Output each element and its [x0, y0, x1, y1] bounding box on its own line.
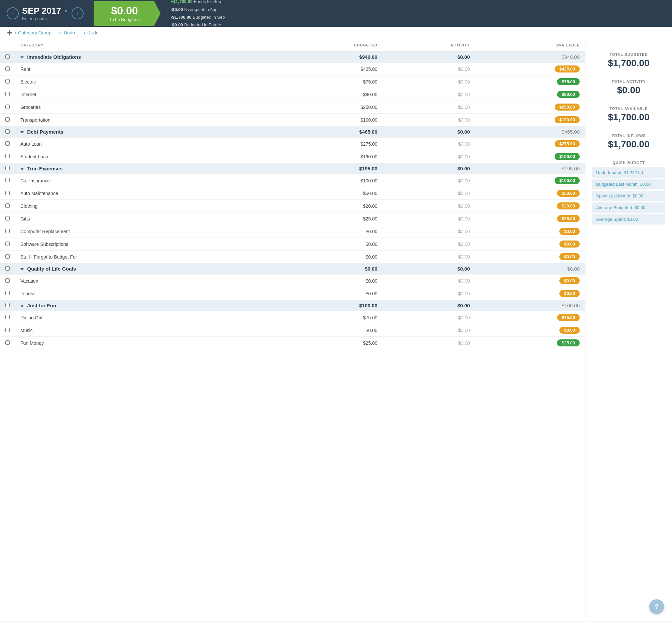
next-month-button[interactable]: › [71, 7, 84, 20]
cat-checkbox[interactable] [5, 315, 10, 319]
table-row[interactable]: Internet $90.00 $0.00 $90.00 [0, 88, 585, 101]
cat-budgeted-cell[interactable]: $75.00 [279, 311, 383, 324]
cat-checkbox[interactable] [5, 254, 10, 258]
cat-checkbox[interactable] [5, 229, 10, 233]
cat-checkbox-cell[interactable] [0, 101, 15, 113]
table-group-row[interactable]: True Expenses $195.00 $0.00 $195.00 [0, 163, 585, 174]
cat-checkbox-cell[interactable] [0, 287, 15, 300]
quick-budget-item[interactable]: Underfunded: $1,242.50 [592, 167, 665, 178]
add-category-group-button[interactable]: ➕ + Category Group [7, 30, 52, 35]
table-group-row[interactable]: Debt Payments $465.00 $0.00 $465.00 [0, 126, 585, 138]
collapse-icon[interactable] [21, 268, 24, 271]
table-row[interactable]: Fun Money $25.00 $0.00 $25.00 [0, 337, 585, 349]
table-row[interactable]: Software Subscriptions $0.00 $0.00 $0.00 [0, 238, 585, 250]
group-checkbox-cell[interactable] [0, 126, 15, 138]
cat-checkbox[interactable] [5, 328, 10, 332]
cat-checkbox[interactable] [5, 67, 10, 71]
table-group-row[interactable]: Just for Fun $100.00 $0.00 $100.00 [0, 300, 585, 311]
cat-budgeted-cell[interactable]: $25.00 [279, 212, 383, 225]
table-row[interactable]: Music $0.00 $0.00 $0.00 [0, 324, 585, 337]
cat-budgeted-cell[interactable]: $0.00 [279, 238, 383, 250]
table-row[interactable]: Dining Out $75.00 $0.00 $75.00 [0, 311, 585, 324]
collapse-icon[interactable] [21, 57, 24, 59]
quick-budget-item[interactable]: Average Budgeted: $0.00 [592, 202, 665, 213]
undo-button[interactable]: ↩ Undo [58, 30, 75, 35]
table-group-row[interactable]: Immediate Obligations $940.00 $0.00 $940… [0, 51, 585, 63]
cat-checkbox[interactable] [5, 340, 10, 345]
cat-budgeted-cell[interactable]: $20.00 [279, 200, 383, 212]
cat-checkbox-cell[interactable] [0, 238, 15, 250]
help-button[interactable]: ? [649, 599, 664, 614]
cat-checkbox[interactable] [5, 191, 10, 195]
cat-checkbox-cell[interactable] [0, 275, 15, 287]
table-row[interactable]: Stuff I Forgot to Budget For $0.00 $0.00… [0, 250, 585, 263]
cat-checkbox-cell[interactable] [0, 311, 15, 324]
cat-budgeted-cell[interactable]: $100.00 [279, 113, 383, 126]
cat-budgeted-cell[interactable]: $190.00 [279, 150, 383, 163]
cat-checkbox-cell[interactable] [0, 212, 15, 225]
cat-checkbox[interactable] [5, 117, 10, 122]
cat-checkbox[interactable] [5, 242, 10, 246]
cat-budgeted-cell[interactable]: $275.00 [279, 138, 383, 150]
collapse-icon[interactable] [21, 131, 24, 134]
table-row[interactable]: Auto Maintenance $50.00 $0.00 $50.00 [0, 187, 585, 200]
cat-budgeted-cell[interactable]: $0.00 [279, 250, 383, 263]
cat-checkbox-cell[interactable] [0, 200, 15, 212]
cat-checkbox-cell[interactable] [0, 225, 15, 238]
cat-budgeted-cell[interactable]: $0.00 [279, 324, 383, 337]
cat-budgeted-cell[interactable]: $425.00 [279, 63, 383, 75]
cat-checkbox[interactable] [5, 141, 10, 146]
table-row[interactable]: Groceries $250.00 $0.00 $250.00 [0, 101, 585, 113]
cat-budgeted-cell[interactable]: $50.00 [279, 187, 383, 200]
cat-checkbox-cell[interactable] [0, 150, 15, 163]
group-checkbox-cell[interactable] [0, 263, 15, 275]
quick-budget-item[interactable]: Spent Last Month: $0.00 [592, 191, 665, 201]
note-input[interactable]: Enter a note... [22, 16, 68, 21]
table-row[interactable]: Fitness $0.00 $0.00 $0.00 [0, 287, 585, 300]
cat-checkbox[interactable] [5, 178, 10, 182]
cat-budgeted-cell[interactable]: $0.00 [279, 275, 383, 287]
group-checkbox[interactable] [5, 166, 10, 170]
cat-budgeted-cell[interactable]: $25.00 [279, 337, 383, 349]
group-budgeted[interactable]: $940.00 [279, 51, 383, 63]
table-row[interactable]: Clothing $20.00 $0.00 $20.00 [0, 200, 585, 212]
redo-button[interactable]: ↪ Redo [82, 30, 98, 35]
cat-checkbox[interactable] [5, 291, 10, 295]
group-checkbox[interactable] [5, 266, 10, 271]
cat-budgeted-cell[interactable]: $0.00 [279, 225, 383, 238]
cat-checkbox-cell[interactable] [0, 337, 15, 349]
cat-checkbox-cell[interactable] [0, 138, 15, 150]
collapse-icon[interactable] [21, 305, 24, 307]
cat-checkbox-cell[interactable] [0, 250, 15, 263]
group-budgeted[interactable]: $465.00 [279, 126, 383, 138]
cat-checkbox-cell[interactable] [0, 174, 15, 187]
cat-budgeted-cell[interactable]: $250.00 [279, 101, 383, 113]
collapse-icon[interactable] [21, 168, 24, 170]
cat-budgeted-cell[interactable]: $0.00 [279, 287, 383, 300]
table-group-row[interactable]: Quality of Life Goals $0.00 $0.00 $0.00 [0, 263, 585, 275]
group-budgeted[interactable]: $0.00 [279, 263, 383, 275]
quick-budget-item[interactable]: Budgeted Last Month: $0.00 [592, 179, 665, 189]
quick-budget-item[interactable]: Average Spent: $0.00 [592, 214, 665, 224]
group-checkbox-cell[interactable] [0, 300, 15, 311]
table-row[interactable]: Electric $75.00 $0.00 $75.00 [0, 75, 585, 88]
cat-checkbox-cell[interactable] [0, 88, 15, 101]
group-checkbox-cell[interactable] [0, 163, 15, 174]
cat-checkbox-cell[interactable] [0, 324, 15, 337]
table-row[interactable]: Rent $425.00 $0.00 $425.00 [0, 63, 585, 75]
cat-budgeted-cell[interactable]: $75.00 [279, 75, 383, 88]
group-checkbox[interactable] [5, 129, 10, 134]
cat-checkbox[interactable] [5, 92, 10, 96]
cat-checkbox-cell[interactable] [0, 75, 15, 88]
table-row[interactable]: Auto Loan $275.00 $0.00 $275.00 [0, 138, 585, 150]
cat-checkbox[interactable] [5, 79, 10, 83]
cat-checkbox[interactable] [5, 203, 10, 208]
table-row[interactable]: Vacation $0.00 $0.00 $0.00 [0, 275, 585, 287]
group-checkbox-cell[interactable] [0, 51, 15, 63]
group-budgeted[interactable]: $100.00 [279, 300, 383, 311]
cat-checkbox-cell[interactable] [0, 187, 15, 200]
month-dropdown-icon[interactable]: ▼ [64, 8, 68, 14]
group-checkbox[interactable] [5, 55, 10, 59]
prev-month-button[interactable]: ‹ [7, 7, 19, 20]
cat-checkbox[interactable] [5, 278, 10, 283]
